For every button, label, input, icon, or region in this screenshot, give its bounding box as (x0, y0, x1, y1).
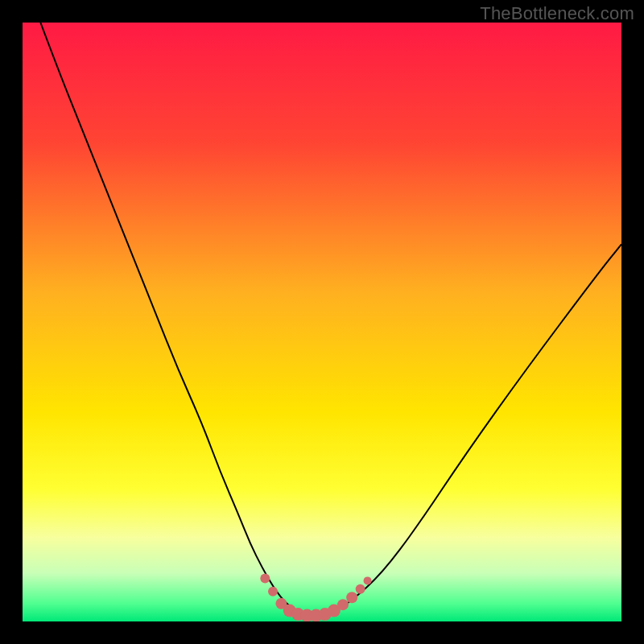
chart-background (23, 23, 621, 621)
highlight-marker (364, 576, 372, 584)
chart-svg (23, 23, 621, 621)
chart-plot-area (23, 23, 621, 621)
watermark-text: TheBottleneck.com (480, 3, 634, 24)
highlight-marker (268, 587, 278, 597)
highlight-marker (260, 573, 270, 583)
highlight-marker (356, 584, 365, 594)
highlight-marker (337, 599, 349, 610)
highlight-marker (346, 592, 357, 603)
